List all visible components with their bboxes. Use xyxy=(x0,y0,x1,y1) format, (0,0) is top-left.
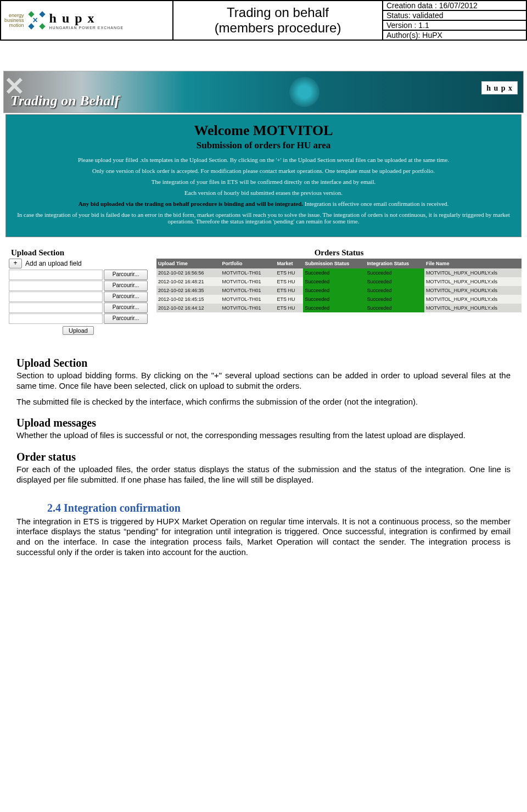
doc-meta-cell: Creation data : 16/07/2012 Status: valid… xyxy=(382,1,527,40)
section-para: Section to upload bidding forms. By clic… xyxy=(16,371,511,391)
orders-cell: 2012-10-02 16:46:35 xyxy=(156,286,221,295)
ebm-line: motion xyxy=(4,23,24,28)
brand-word: h u p x xyxy=(49,11,124,26)
orders-panel: Orders Status Upload TimePortfolioMarket… xyxy=(156,248,522,312)
orders-cell: 2012-10-02 16:56:56 xyxy=(156,268,221,277)
screenshot-frame: Welcome MOTVITOL Submission of orders fo… xyxy=(5,114,522,237)
brand-mark-icon: × xyxy=(27,11,46,30)
browse-button[interactable]: Parcourir... xyxy=(104,313,148,324)
meta-status: Status: validated xyxy=(383,11,526,21)
welcome-p: In case the integration of your bid is f… xyxy=(14,211,513,225)
meta-creation: Creation data : 16/07/2012 xyxy=(383,1,526,11)
orders-cell: Succeeded xyxy=(366,277,424,286)
orders-cell: Succeeded xyxy=(366,286,424,295)
section-para: For each of the uploaded files, the orde… xyxy=(16,464,511,485)
orders-row: 2012-10-02 16:56:56MOTVITOL-TH01ETS HUSu… xyxy=(156,268,522,277)
orders-cell: MOTVITOL_HUPX_HOURLY.xls xyxy=(424,268,522,277)
doc-title-l1: Trading on behalf xyxy=(227,5,329,20)
brand-text: h u p x HUNGARIAN POWER EXCHANGE xyxy=(49,11,124,30)
file-input[interactable] xyxy=(9,281,103,291)
upload-submit-button[interactable]: Upload xyxy=(63,326,94,335)
orders-heading: Orders Status xyxy=(156,248,522,257)
doc-header: energy business motion × h u p x HUNGARI… xyxy=(0,0,527,41)
brand-sub: HUNGARIAN POWER EXCHANGE xyxy=(49,26,124,30)
orders-cell: 2012-10-02 16:45:15 xyxy=(156,295,221,304)
section-para: Whether the upload of files is successfu… xyxy=(16,430,511,441)
meta-author: Author(s): HuPX xyxy=(383,31,526,40)
orders-cell: MOTVITOL_HUPX_HOURLY.xls xyxy=(424,286,522,295)
add-upload-button[interactable]: + xyxy=(9,259,22,268)
orders-cell: MOTVITOL-TH01 xyxy=(221,277,276,286)
orders-cell: ETS HU xyxy=(276,286,304,295)
welcome-bold: Any bid uploaded via the trading on beha… xyxy=(79,200,303,207)
section-heading: Order status xyxy=(16,451,511,463)
orders-col: File Name xyxy=(424,259,522,268)
orders-cell: 2012-10-02 16:48:21 xyxy=(156,277,221,286)
file-input[interactable] xyxy=(9,292,103,302)
welcome-rest: Integration is effective once email conf… xyxy=(303,200,448,207)
browse-button[interactable]: Parcourir... xyxy=(104,303,148,313)
orders-row: 2012-10-02 16:45:15MOTVITOL-TH01ETS HUSu… xyxy=(156,295,522,304)
orders-col: Submission Status xyxy=(303,259,365,268)
file-row: Parcourir... xyxy=(9,313,148,324)
orders-col: Upload Time xyxy=(156,259,221,268)
welcome-title: Welcome MOTVITOL xyxy=(14,122,513,139)
orders-cell: ETS HU xyxy=(276,268,304,277)
numbered-heading: 2.4 Integration confirmation xyxy=(47,502,511,514)
orders-cell: MOTVITOL-TH01 xyxy=(221,295,276,304)
orders-col: Market xyxy=(276,259,304,268)
orders-cell: MOTVITOL_HUPX_HOURLY.xls xyxy=(424,295,522,304)
orders-cell: Succeeded xyxy=(366,295,424,304)
upload-panel: Upload Section + Add an upload field Par… xyxy=(5,248,151,335)
section-heading: Upload Section xyxy=(16,357,511,369)
orders-cell: MOTVITOL-TH01 xyxy=(221,286,276,295)
orders-cell: ETS HU xyxy=(276,304,304,312)
browse-button[interactable]: Parcourir... xyxy=(104,270,148,280)
section-para: The submitted file is checked by the int… xyxy=(16,397,511,407)
orders-row: 2012-10-02 16:44:12MOTVITOL-TH01ETS HUSu… xyxy=(156,304,522,312)
orders-cell: ETS HU xyxy=(276,277,304,286)
orders-cell: Succeeded xyxy=(303,268,365,277)
banner-brand: h u p x xyxy=(481,81,518,94)
orders-cell: MOTVITOL-TH01 xyxy=(221,268,276,277)
meta-version: Version : 1.1 xyxy=(383,21,526,31)
orders-cell: MOTVITOL-TH01 xyxy=(221,304,276,312)
file-input[interactable] xyxy=(9,313,103,324)
welcome-p: Only one version of block order is accep… xyxy=(14,167,513,174)
orders-cell: Succeeded xyxy=(366,268,424,277)
file-rows: Parcourir...Parcourir...Parcourir...Parc… xyxy=(5,270,151,324)
orders-cell: MOTVITOL_HUPX_HOURLY.xls xyxy=(424,277,522,286)
orders-cell: Succeeded xyxy=(303,304,365,312)
orders-row: 2012-10-02 16:46:35MOTVITOL-TH01ETS HUSu… xyxy=(156,286,522,295)
orders-col: Integration Status xyxy=(366,259,424,268)
doc-title-cell: Trading on behalf (members procedure) xyxy=(172,1,382,40)
welcome-p: Each version of hourly bid submitted era… xyxy=(14,189,513,196)
browse-button[interactable]: Parcourir... xyxy=(104,281,148,291)
browse-button[interactable]: Parcourir... xyxy=(104,292,148,302)
orders-cell: MOTVITOL_HUPX_HOURLY.xls xyxy=(424,304,522,312)
add-upload-label: Add an upload field xyxy=(25,260,82,267)
orders-col: Portfolio xyxy=(221,259,276,268)
doc-title-l2: (members procedure) xyxy=(215,20,341,36)
orders-row: 2012-10-02 16:48:21MOTVITOL-TH01ETS HUSu… xyxy=(156,277,522,286)
section-para: The integration in ETS is triggered by H… xyxy=(16,517,511,558)
file-row: Parcourir... xyxy=(9,281,148,291)
orders-cell: Succeeded xyxy=(303,277,365,286)
hero-banner: ✕ Trading on Behalf h u p x xyxy=(3,71,524,113)
file-input[interactable] xyxy=(9,303,103,313)
welcome-subtitle: Submission of orders for HU area xyxy=(14,140,513,151)
orders-cell: Succeeded xyxy=(366,304,424,312)
orders-cell: 2012-10-02 16:44:12 xyxy=(156,304,221,312)
banner-globe-icon xyxy=(289,77,319,107)
ebm-tag: energy business motion xyxy=(4,13,24,28)
logo-cell: energy business motion × h u p x HUNGARI… xyxy=(0,1,172,40)
section-heading: Upload messages xyxy=(16,417,511,429)
banner-title: Trading on Behalf xyxy=(10,93,119,109)
orders-cell: ETS HU xyxy=(276,295,304,304)
welcome-p: The integration of your files in ETS wil… xyxy=(14,178,513,185)
file-input[interactable] xyxy=(9,270,103,280)
panels-row: Upload Section + Add an upload field Par… xyxy=(5,248,522,335)
upload-heading: Upload Section xyxy=(11,248,151,257)
orders-table: Upload TimePortfolioMarketSubmission Sta… xyxy=(156,259,522,312)
doc-body: Upload Section Section to upload bidding… xyxy=(16,357,511,558)
